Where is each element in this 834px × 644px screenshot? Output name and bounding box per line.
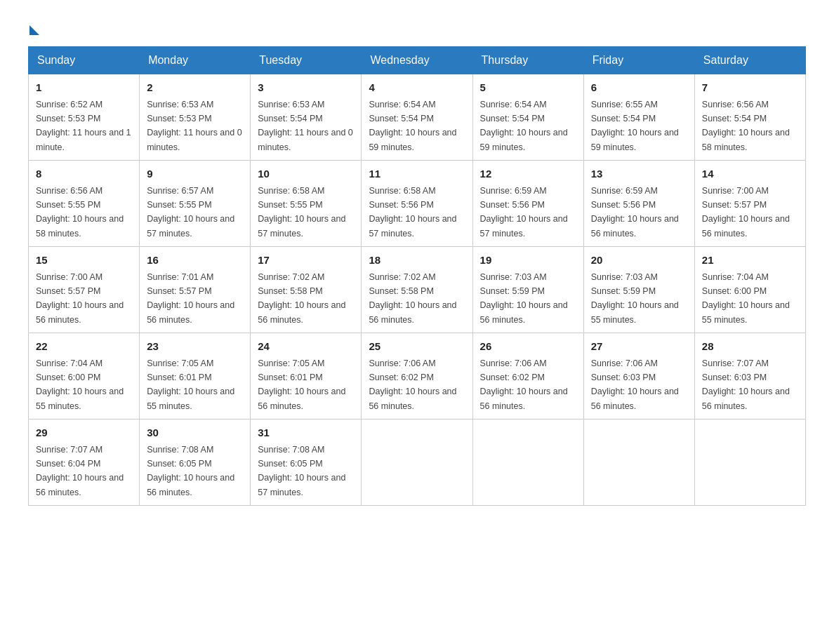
weekday-header-friday: Friday <box>583 47 694 74</box>
day-number: 15 <box>36 253 132 269</box>
day-info: Sunrise: 6:52 AMSunset: 5:53 PMDaylight:… <box>36 100 131 152</box>
day-info: Sunrise: 6:56 AMSunset: 5:54 PMDaylight:… <box>702 100 790 152</box>
weekday-header-tuesday: Tuesday <box>251 47 362 74</box>
calendar-cell: 18 Sunrise: 7:02 AMSunset: 5:58 PMDaylig… <box>362 247 472 333</box>
day-info: Sunrise: 7:06 AMSunset: 6:02 PMDaylight:… <box>369 358 456 411</box>
weekday-header-saturday: Saturday <box>694 47 805 74</box>
day-info: Sunrise: 6:58 AMSunset: 5:55 PMDaylight:… <box>258 186 345 239</box>
calendar-cell: 6 Sunrise: 6:55 AMSunset: 5:54 PMDayligh… <box>583 74 694 161</box>
day-number: 20 <box>591 253 687 269</box>
calendar-cell: 13 Sunrise: 6:59 AMSunset: 5:56 PMDaylig… <box>583 161 694 247</box>
calendar-week-row: 22 Sunrise: 7:04 AMSunset: 6:00 PMDaylig… <box>29 333 806 420</box>
logo-arrow-icon <box>29 25 39 35</box>
day-info: Sunrise: 6:54 AMSunset: 5:54 PMDaylight:… <box>480 100 568 152</box>
weekday-header-sunday: Sunday <box>29 47 140 74</box>
calendar-cell: 7 Sunrise: 6:56 AMSunset: 5:54 PMDayligh… <box>694 74 805 161</box>
day-info: Sunrise: 7:00 AMSunset: 5:57 PMDaylight:… <box>702 186 790 239</box>
day-number: 5 <box>480 80 576 96</box>
calendar-cell: 5 Sunrise: 6:54 AMSunset: 5:54 PMDayligh… <box>472 74 583 161</box>
day-number: 17 <box>258 253 354 269</box>
calendar-cell: 16 Sunrise: 7:01 AMSunset: 5:57 PMDaylig… <box>140 247 251 333</box>
day-info: Sunrise: 7:06 AMSunset: 6:03 PMDaylight:… <box>591 358 679 411</box>
calendar-week-row: 29 Sunrise: 7:07 AMSunset: 6:04 PMDaylig… <box>29 420 806 506</box>
calendar-cell: 20 Sunrise: 7:03 AMSunset: 5:59 PMDaylig… <box>583 247 694 333</box>
day-number: 30 <box>147 425 243 441</box>
calendar-cell: 25 Sunrise: 7:06 AMSunset: 6:02 PMDaylig… <box>362 333 472 420</box>
page-header <box>28 21 806 32</box>
calendar-header-row: SundayMondayTuesdayWednesdayThursdayFrid… <box>29 47 806 74</box>
weekday-header-wednesday: Wednesday <box>362 47 472 74</box>
day-number: 9 <box>147 166 243 182</box>
day-info: Sunrise: 7:01 AMSunset: 5:57 PMDaylight:… <box>147 272 234 325</box>
day-info: Sunrise: 7:05 AMSunset: 6:01 PMDaylight:… <box>258 358 345 411</box>
calendar-cell: 12 Sunrise: 6:59 AMSunset: 5:56 PMDaylig… <box>472 161 583 247</box>
calendar-cell: 24 Sunrise: 7:05 AMSunset: 6:01 PMDaylig… <box>251 333 362 420</box>
day-info: Sunrise: 7:02 AMSunset: 5:58 PMDaylight:… <box>369 272 456 325</box>
calendar-cell: 3 Sunrise: 6:53 AMSunset: 5:54 PMDayligh… <box>251 74 362 161</box>
day-number: 27 <box>591 339 687 355</box>
day-info: Sunrise: 6:55 AMSunset: 5:54 PMDaylight:… <box>591 100 679 152</box>
day-number: 22 <box>36 339 132 355</box>
day-info: Sunrise: 7:02 AMSunset: 5:58 PMDaylight:… <box>258 272 345 325</box>
day-number: 3 <box>258 80 354 96</box>
day-number: 26 <box>480 339 576 355</box>
day-info: Sunrise: 7:03 AMSunset: 5:59 PMDaylight:… <box>480 272 568 325</box>
day-number: 6 <box>591 80 687 96</box>
calendar-cell: 19 Sunrise: 7:03 AMSunset: 5:59 PMDaylig… <box>472 247 583 333</box>
day-info: Sunrise: 7:03 AMSunset: 5:59 PMDaylight:… <box>591 272 679 325</box>
day-info: Sunrise: 6:53 AMSunset: 5:53 PMDaylight:… <box>147 100 242 152</box>
day-number: 14 <box>702 166 798 182</box>
day-info: Sunrise: 7:08 AMSunset: 6:05 PMDaylight:… <box>258 445 345 497</box>
day-number: 7 <box>702 80 798 96</box>
day-info: Sunrise: 7:07 AMSunset: 6:04 PMDaylight:… <box>36 445 124 497</box>
logo <box>28 21 39 32</box>
calendar-cell: 21 Sunrise: 7:04 AMSunset: 6:00 PMDaylig… <box>694 247 805 333</box>
day-info: Sunrise: 6:58 AMSunset: 5:56 PMDaylight:… <box>369 186 456 239</box>
calendar-table: SundayMondayTuesdayWednesdayThursdayFrid… <box>28 46 806 506</box>
day-number: 16 <box>147 253 243 269</box>
calendar-cell: 26 Sunrise: 7:06 AMSunset: 6:02 PMDaylig… <box>472 333 583 420</box>
day-info: Sunrise: 6:59 AMSunset: 5:56 PMDaylight:… <box>591 186 679 239</box>
day-number: 10 <box>258 166 354 182</box>
calendar-cell: 1 Sunrise: 6:52 AMSunset: 5:53 PMDayligh… <box>29 74 140 161</box>
calendar-cell <box>472 420 583 506</box>
day-number: 19 <box>480 253 576 269</box>
calendar-cell: 11 Sunrise: 6:58 AMSunset: 5:56 PMDaylig… <box>362 161 472 247</box>
calendar-cell: 23 Sunrise: 7:05 AMSunset: 6:01 PMDaylig… <box>140 333 251 420</box>
calendar-cell <box>583 420 694 506</box>
day-info: Sunrise: 7:08 AMSunset: 6:05 PMDaylight:… <box>147 445 234 497</box>
calendar-cell: 29 Sunrise: 7:07 AMSunset: 6:04 PMDaylig… <box>29 420 140 506</box>
day-info: Sunrise: 6:56 AMSunset: 5:55 PMDaylight:… <box>36 186 124 239</box>
day-info: Sunrise: 6:57 AMSunset: 5:55 PMDaylight:… <box>147 186 234 239</box>
day-number: 21 <box>702 253 798 269</box>
day-number: 1 <box>36 80 132 96</box>
calendar-cell: 17 Sunrise: 7:02 AMSunset: 5:58 PMDaylig… <box>251 247 362 333</box>
day-number: 25 <box>369 339 465 355</box>
day-number: 4 <box>369 80 465 96</box>
day-info: Sunrise: 7:04 AMSunset: 6:00 PMDaylight:… <box>36 358 124 411</box>
calendar-cell: 14 Sunrise: 7:00 AMSunset: 5:57 PMDaylig… <box>694 161 805 247</box>
calendar-cell: 31 Sunrise: 7:08 AMSunset: 6:05 PMDaylig… <box>251 420 362 506</box>
day-number: 8 <box>36 166 132 182</box>
day-info: Sunrise: 7:06 AMSunset: 6:02 PMDaylight:… <box>480 358 568 411</box>
calendar-cell <box>362 420 472 506</box>
calendar-cell: 15 Sunrise: 7:00 AMSunset: 5:57 PMDaylig… <box>29 247 140 333</box>
calendar-week-row: 8 Sunrise: 6:56 AMSunset: 5:55 PMDayligh… <box>29 161 806 247</box>
weekday-header-monday: Monday <box>140 47 251 74</box>
day-info: Sunrise: 7:04 AMSunset: 6:00 PMDaylight:… <box>702 272 790 325</box>
day-info: Sunrise: 6:59 AMSunset: 5:56 PMDaylight:… <box>480 186 568 239</box>
day-number: 23 <box>147 339 243 355</box>
calendar-cell: 8 Sunrise: 6:56 AMSunset: 5:55 PMDayligh… <box>29 161 140 247</box>
day-number: 2 <box>147 80 243 96</box>
calendar-cell: 30 Sunrise: 7:08 AMSunset: 6:05 PMDaylig… <box>140 420 251 506</box>
calendar-week-row: 1 Sunrise: 6:52 AMSunset: 5:53 PMDayligh… <box>29 74 806 161</box>
calendar-cell: 22 Sunrise: 7:04 AMSunset: 6:00 PMDaylig… <box>29 333 140 420</box>
day-number: 28 <box>702 339 798 355</box>
day-number: 24 <box>258 339 354 355</box>
day-number: 11 <box>369 166 465 182</box>
day-number: 29 <box>36 425 132 441</box>
day-number: 31 <box>258 425 354 441</box>
day-info: Sunrise: 7:05 AMSunset: 6:01 PMDaylight:… <box>147 358 234 411</box>
calendar-cell: 27 Sunrise: 7:06 AMSunset: 6:03 PMDaylig… <box>583 333 694 420</box>
calendar-cell <box>694 420 805 506</box>
